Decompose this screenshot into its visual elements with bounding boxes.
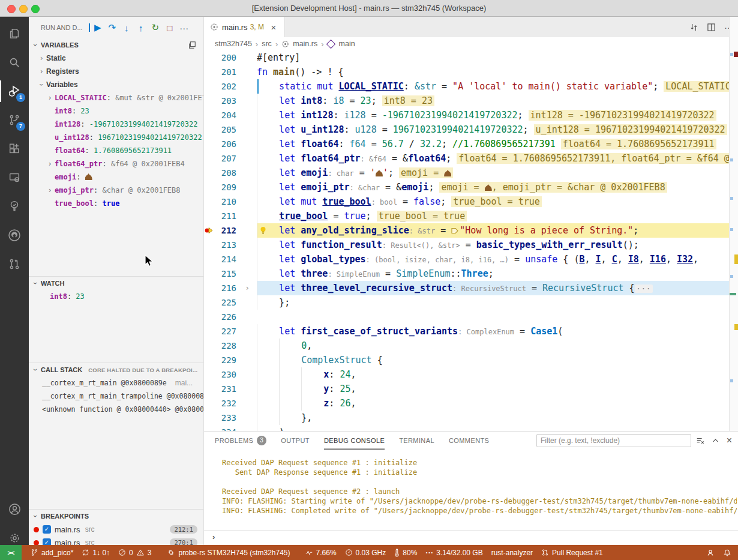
code-line-231[interactable]: 231y: 25,	[204, 382, 730, 396]
maximize-panel-icon[interactable]	[712, 437, 719, 445]
call-stack-frame[interactable]: <unknown function @ 0x08000440> @0x08000…	[29, 403, 203, 416]
expand-chevron-icon[interactable]: ›	[47, 157, 53, 170]
status-memory[interactable]: ··· 3.14/32.00 GB	[421, 545, 487, 560]
code-line-203[interactable]: 203let int8: i8 = 23; int8 = 23	[204, 94, 730, 108]
github-icon[interactable]	[0, 221, 29, 250]
debug-step-over-button[interactable]: ↷	[105, 20, 119, 35]
debug-stop-button[interactable]: □	[163, 20, 177, 35]
code-content[interactable]: fn main() -> ! {	[257, 65, 730, 79]
status-notifications[interactable]	[719, 545, 736, 560]
code-content[interactable]: let any_old_string_slice: &str = "How lo…	[257, 223, 730, 238]
call-stack-frame[interactable]: __cortex_m_rt_main @0x0800089emai...	[29, 376, 203, 390]
breakpoint-row[interactable]: ✓main.rssrc270:1	[29, 536, 203, 546]
breakpoints-header[interactable]: › BREAKPOINTS	[29, 510, 203, 523]
breadcrumb-item[interactable]: main	[339, 40, 355, 48]
chevron-right-icon[interactable]: ›	[38, 52, 44, 65]
variables-header[interactable]: › VARIABLES	[29, 38, 203, 52]
code-line-214[interactable]: 214let global_types: (bool, isize, char,…	[204, 252, 730, 266]
code-content[interactable]: y: 25,	[257, 382, 730, 396]
close-panel-icon[interactable]: ×	[727, 435, 732, 446]
expand-chevron-icon[interactable]: ›	[47, 184, 53, 197]
breakpoint-row[interactable]: ✓main.rssrc212:1	[29, 523, 203, 536]
code-content[interactable]: let int8: i8 = 23; int8 = 23	[257, 94, 730, 108]
code-content[interactable]: #[entry]	[257, 50, 730, 65]
breadcrumb-item[interactable]: main.rs	[293, 40, 317, 48]
source-control-icon[interactable]: 7	[0, 106, 29, 134]
code-content[interactable]: let three_level_recursive_struct: Recurs…	[257, 281, 730, 295]
code-content[interactable]: };	[257, 295, 730, 310]
code-line-227[interactable]: 227let first_case_of_struct_variants: Co…	[204, 324, 730, 339]
code-content[interactable]	[257, 310, 730, 324]
tab-problems[interactable]: PROBLEMS 3	[215, 432, 266, 450]
tab-comments[interactable]: COMMENTS	[449, 432, 489, 450]
tab-output[interactable]: OUTPUT	[281, 432, 310, 450]
extensions-icon[interactable]	[0, 134, 29, 163]
variable-row[interactable]: ›LOCAL_STATIC: &mut &str @ 0x2001FE78	[29, 91, 203, 104]
code-content[interactable]: x: 24,	[257, 367, 730, 382]
code-line-204[interactable]: 204let int128: i128 = -19671023199402141…	[204, 108, 730, 122]
tab-debug-console[interactable]: DEBUG CONSOLE	[324, 432, 385, 450]
code-line-205[interactable]: 205let u_int128: u128 = 1967102319940214…	[204, 122, 730, 137]
debug-restart-button[interactable]: ↻	[148, 20, 163, 35]
pull-request-icon[interactable]	[0, 250, 29, 278]
split-editor-icon[interactable]	[707, 23, 716, 32]
chevron-right-icon[interactable]: ›	[38, 65, 44, 78]
status-problems[interactable]: 0 3	[114, 545, 155, 560]
code-content[interactable]: 0,	[257, 339, 730, 353]
code-editor[interactable]: 200#[entry]201fn main() -> ! {202static …	[204, 50, 730, 431]
variable-row[interactable]: emoji:	[29, 170, 203, 184]
clear-filter-icon[interactable]	[696, 436, 704, 445]
open-changes-icon[interactable]	[689, 23, 698, 32]
debug-step-into-button[interactable]: ↓	[119, 20, 134, 35]
code-line-213[interactable]: 213let function_result: Result<(), &str>…	[204, 238, 730, 252]
code-content[interactable]: let u_int128: u128 = 1967102319940214197…	[257, 122, 730, 137]
expand-chevron-icon[interactable]: ›	[47, 91, 53, 104]
code-line-209[interactable]: 209let emoji_ptr: &char = &emoji; emoji …	[204, 180, 730, 194]
test-tree-icon[interactable]	[0, 192, 29, 221]
status-feedback[interactable]	[702, 545, 719, 560]
code-line-225[interactable]: 225};	[204, 295, 730, 310]
watch-header[interactable]: › WATCH	[29, 277, 203, 290]
code-content[interactable]: let three: SimpleEnum = SimpleEnum::Thre…	[257, 266, 730, 281]
code-content[interactable]: )	[257, 425, 730, 431]
code-line-202[interactable]: 202static mut LOCAL_STATIC: &str = "A 'l…	[204, 79, 730, 94]
code-content[interactable]: let mut true_bool: bool = false; true_bo…	[257, 194, 730, 209]
status-cpu-usage[interactable]: 7.66%	[301, 545, 341, 560]
code-content[interactable]: let global_types: (bool, isize, char, i8…	[257, 252, 730, 266]
accounts-icon[interactable]	[0, 495, 29, 523]
code-line-216[interactable]: 216›let three_level_recursive_struct: Re…	[204, 281, 730, 295]
console-filter-input[interactable]	[536, 434, 691, 447]
code-content[interactable]: let float64: f64 = 56.7 / 32.2; //1.7608…	[257, 137, 730, 151]
editor-scrollbar[interactable]	[729, 17, 738, 431]
status-git-branch[interactable]: add_pico*	[26, 545, 77, 560]
code-content[interactable]: true_bool = true; true_bool = true	[257, 209, 730, 223]
variable-row[interactable]: float64: 1.7608695652173911	[29, 144, 203, 157]
breadcrumb-item[interactable]: stm32h745	[215, 40, 252, 48]
code-line-210[interactable]: 210let mut true_bool: bool = false; true…	[204, 194, 730, 209]
variable-row[interactable]: int8: 23	[29, 290, 203, 303]
code-line-211[interactable]: 211true_bool = true; true_bool = true	[204, 209, 730, 223]
debug-console-input[interactable]: ›	[204, 530, 738, 545]
code-line-228[interactable]: 2280,	[204, 339, 730, 353]
code-content[interactable]: let emoji: char = ''; emoji =	[257, 166, 730, 180]
code-line-234[interactable]: 234)	[204, 425, 730, 431]
lightbulb-icon[interactable]	[259, 226, 267, 235]
variable-row[interactable]: int8: 23	[29, 104, 203, 118]
call-stack-frame[interactable]: __cortex_m_rt_main_trampoline @0x0800081…	[29, 390, 203, 403]
close-tab-icon[interactable]: ×	[269, 22, 278, 32]
debug-continue-button[interactable]: ▶	[89, 23, 105, 32]
call-stack-header[interactable]: › CALL STACK CORE HALTED DUE TO A BREAKP…	[29, 363, 203, 376]
remote-indicator[interactable]: ><	[0, 545, 22, 560]
variable-row[interactable]: u_int128: 196710231994021419720322	[29, 131, 203, 144]
code-line-215[interactable]: 215let three: SimpleEnum = SimpleEnum::T…	[204, 266, 730, 281]
code-line-201[interactable]: 201fn main() -> ! {	[204, 65, 730, 79]
code-line-208[interactable]: 208let emoji: char = ''; emoji =	[204, 166, 730, 180]
code-line-206[interactable]: 206let float64: f64 = 56.7 / 32.2; //1.7…	[204, 137, 730, 151]
code-line-233[interactable]: 233},	[204, 411, 730, 425]
status-pull-request[interactable]: Pull Request #1	[537, 545, 607, 560]
code-content[interactable]: let function_result: Result<(), &str> = …	[257, 238, 730, 252]
variables-scope-row[interactable]: ›Static	[29, 52, 203, 65]
breakpoint-checkbox[interactable]: ✓	[43, 525, 51, 534]
code-content[interactable]: let float64_ptr: &f64 = &float64; float6…	[257, 151, 730, 166]
explorer-icon[interactable]	[0, 19, 29, 48]
